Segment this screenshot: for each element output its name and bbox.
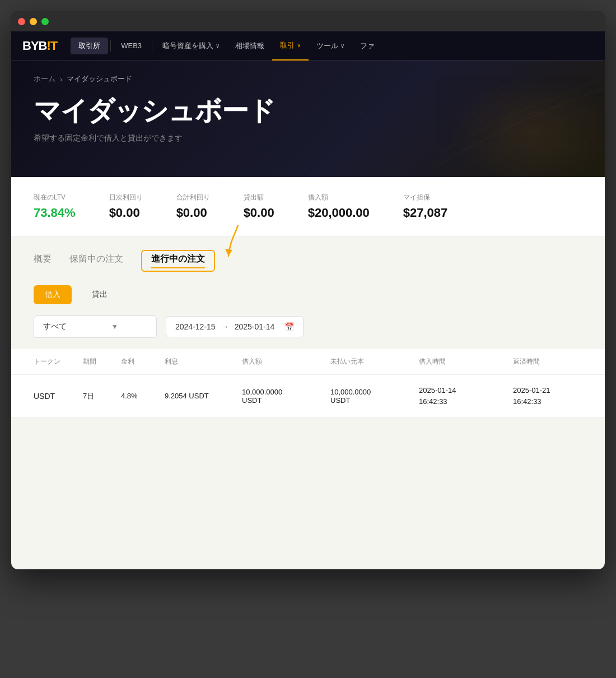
- stat-collateral: マイ担保 $27,087: [403, 193, 448, 220]
- stat-ltv-value: 73.84%: [34, 206, 76, 220]
- cell-token: USDT: [34, 392, 78, 401]
- cell-repay-time: 2025-01-2116:42:33: [513, 385, 603, 407]
- hero-decoration: [437, 65, 605, 177]
- stat-borrow-amount: 借入額 $20,000.00: [308, 193, 370, 220]
- logo-highlight: !T: [46, 39, 57, 53]
- nav-item-market[interactable]: 相場情報: [227, 31, 272, 61]
- stat-borrow-value: $20,000.00: [308, 206, 370, 220]
- stat-total-yield-label: 合計利回り: [176, 193, 210, 202]
- stat-borrow-label: 借入額: [308, 193, 370, 202]
- stat-ltv-label: 現在のLTV: [34, 193, 76, 202]
- date-from: 2024-12-15: [175, 322, 216, 331]
- stat-collateral-value: $27,087: [403, 206, 448, 220]
- buy-crypto-arrow-icon: ∨: [216, 43, 220, 49]
- cell-outstanding: 10,000.0000USDT: [330, 388, 414, 405]
- app-window: BYB!T 取引所 WEB3 暗号資産を購入 ∨ 相場情報 取引 ∨ ツール ∨…: [11, 11, 605, 569]
- stat-ltv: 現在のLTV 73.84%: [34, 193, 76, 220]
- tab-pending-orders[interactable]: 保留中の注文: [69, 253, 123, 268]
- col-header-repay-time: 返済時間: [513, 357, 603, 366]
- nav-separator-2: [152, 40, 152, 52]
- navbar: BYB!T 取引所 WEB3 暗号資産を購入 ∨ 相場情報 取引 ∨ ツール ∨…: [11, 31, 605, 61]
- logo[interactable]: BYB!T: [22, 39, 57, 53]
- hero-section: ホーム › マイダッシュボード マイダッシュボード 希望する固定金利で借入と貸出…: [11, 61, 605, 177]
- cell-interest: 9.2054 USDT: [165, 392, 237, 400]
- stat-total-yield: 合計利回り $0.00: [176, 193, 210, 220]
- table-row: USDT 7日 4.8% 9.2054 USDT 10,000.0000USDT…: [11, 375, 605, 417]
- col-header-borrow-amount: 借入額: [242, 357, 326, 366]
- breadcrumb-home[interactable]: ホーム: [34, 74, 55, 84]
- main-content: 現在のLTV 73.84% 日次利回り $0.00 合計利回り $0.00 貸出…: [11, 177, 605, 569]
- stat-daily-yield-value: $0.00: [109, 206, 143, 220]
- nav-item-trade[interactable]: 取引 ∨: [272, 31, 309, 61]
- cell-borrow-time: 2025-01-1416:42:33: [419, 385, 508, 407]
- calendar-icon: 📅: [284, 322, 294, 331]
- breadcrumb-separator: ›: [60, 75, 62, 83]
- stat-daily-yield: 日次利回り $0.00: [109, 193, 143, 220]
- close-button[interactable]: [18, 18, 25, 25]
- minimize-button[interactable]: [30, 18, 37, 25]
- cell-borrow-amount: 10,000.0000USDT: [242, 388, 326, 405]
- col-header-token: トークン: [34, 357, 78, 366]
- col-header-period: 期間: [83, 357, 116, 366]
- dropdown-wrapper: すべて ▼ 2024-12-15 → 2025-01-14 📅: [11, 315, 605, 349]
- asset-dropdown[interactable]: すべて ▼: [34, 315, 157, 338]
- filter-row: 借入 貸出: [11, 285, 605, 315]
- date-range-picker[interactable]: 2024-12-15 → 2025-01-14 📅: [166, 316, 304, 337]
- stat-lend-value: $0.00: [244, 206, 274, 220]
- stat-collateral-label: マイ担保: [403, 193, 448, 202]
- svg-marker-0: [225, 249, 232, 256]
- col-header-outstanding: 未払い元本: [330, 357, 414, 366]
- trade-arrow-icon: ∨: [297, 42, 301, 48]
- stat-lend-label: 貸出額: [244, 193, 274, 202]
- stat-total-yield-value: $0.00: [176, 206, 210, 220]
- tabs-section: 概要 保留中の注文 進行中の注文: [11, 236, 605, 272]
- breadcrumb-current: マイダッシュボード: [67, 74, 132, 84]
- nav-item-fa[interactable]: ファ: [352, 31, 382, 61]
- col-header-rate: 金利: [121, 357, 160, 366]
- cell-period: 7日: [83, 391, 116, 401]
- titlebar: [11, 11, 605, 31]
- col-header-interest: 利息: [165, 357, 237, 366]
- sub-tab-lend[interactable]: 貸出: [81, 285, 119, 304]
- tab-overview[interactable]: 概要: [34, 253, 52, 268]
- cell-rate: 4.8%: [121, 392, 160, 400]
- tab-active-orders[interactable]: 進行中の注文: [141, 250, 215, 272]
- tabs-row: 概要 保留中の注文 進行中の注文: [34, 250, 582, 272]
- table-header-row: トークン 期間 金利 利息 借入額 未払い元本 借入時間 返済時間: [11, 349, 605, 375]
- stat-lend-amount: 貸出額 $0.00: [244, 193, 274, 220]
- tools-arrow-icon: ∨: [340, 43, 344, 49]
- maximize-button[interactable]: [41, 18, 49, 25]
- dropdown-chevron-icon: ▼: [111, 323, 118, 331]
- sub-tab-borrow[interactable]: 借入: [34, 285, 72, 304]
- arrow-annotation: [224, 225, 252, 259]
- date-range-arrow-icon: →: [221, 322, 229, 331]
- nav-separator: [110, 40, 111, 52]
- date-to: 2025-01-14: [235, 322, 275, 331]
- col-header-borrow-time: 借入時間: [419, 357, 508, 366]
- stats-card: 現在のLTV 73.84% 日次利回り $0.00 合計利回り $0.00 貸出…: [11, 177, 605, 236]
- annotation-arrow-icon: [224, 225, 252, 259]
- orders-table: トークン 期間 金利 利息 借入額 未払い元本 借入時間 返済時間 USDT 7…: [11, 349, 605, 417]
- nav-item-buy-crypto[interactable]: 暗号資産を購入 ∨: [155, 31, 227, 61]
- nav-item-tools[interactable]: ツール ∨: [309, 31, 352, 61]
- nav-item-exchange[interactable]: 取引所: [71, 38, 108, 54]
- nav-item-web3[interactable]: WEB3: [113, 31, 150, 61]
- stat-daily-yield-label: 日次利回り: [109, 193, 143, 202]
